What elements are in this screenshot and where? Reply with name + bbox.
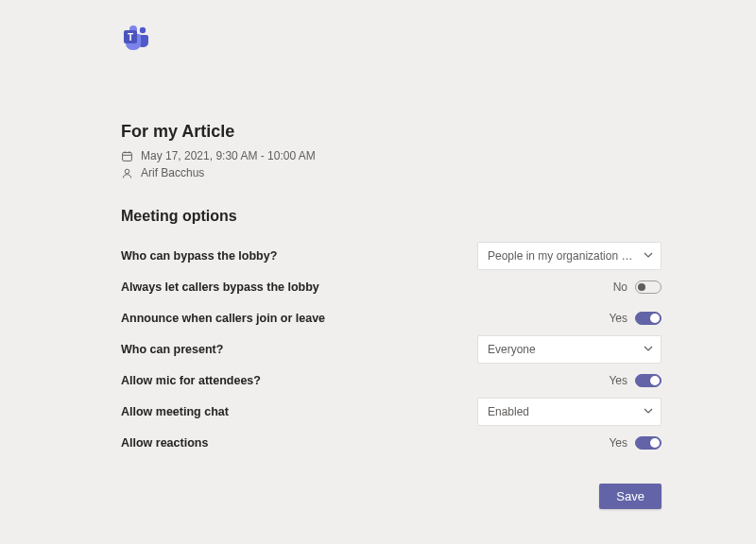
chevron-down-icon [644,405,653,418]
meeting-datetime: May 17, 2021, 9:30 AM - 10:00 AM [141,149,316,162]
option-bypass-lobby: Who can bypass the lobby? People in my o… [121,242,662,270]
present-select[interactable]: Everyone [477,335,662,364]
option-label: Announce when callers join or leave [121,312,325,325]
option-label: Allow meeting chat [121,405,229,418]
chevron-down-icon [644,249,653,263]
option-label: Allow mic for attendees? [121,374,261,387]
option-present: Who can present? Everyone [121,335,662,364]
toggle-state-text: Yes [609,374,627,387]
reactions-toggle[interactable] [635,436,662,450]
option-label: Who can present? [121,343,223,356]
option-announce: Announce when callers join or leave Yes [121,304,662,332]
person-icon [121,167,133,179]
option-label: Who can bypass the lobby? [121,249,277,263]
option-chat: Allow meeting chat Enabled [121,398,662,426]
chat-select[interactable]: Enabled [477,398,662,426]
option-label: Allow reactions [121,436,208,450]
save-button[interactable]: Save [599,484,662,509]
announce-toggle[interactable] [635,312,662,325]
callers-bypass-toggle[interactable] [635,280,662,294]
app-logo: T [121,23,662,56]
toggle-state-text: No [613,280,627,294]
option-reactions: Allow reactions Yes [121,429,662,457]
meeting-title: For my Article [121,122,662,142]
meeting-organizer: Arif Bacchus [141,166,204,179]
toggle-state-text: Yes [609,436,627,450]
section-title: Meeting options [121,208,662,225]
teams-icon: T [121,23,151,53]
svg-point-8 [125,169,129,174]
option-mic: Allow mic for attendees? Yes [121,366,662,395]
meeting-organizer-row: Arif Bacchus [121,166,662,179]
option-callers-bypass: Always let callers bypass the lobby No [121,273,662,301]
calendar-icon [121,150,133,162]
mic-toggle[interactable] [635,374,662,387]
chevron-down-icon [644,343,653,356]
meeting-datetime-row: May 17, 2021, 9:30 AM - 10:00 AM [121,149,662,162]
svg-point-0 [140,27,146,33]
option-label: Always let callers bypass the lobby [121,280,319,294]
bypass-lobby-select[interactable]: People in my organization and gu... [477,242,662,270]
svg-text:T: T [128,32,133,42]
toggle-state-text: Yes [609,312,627,325]
svg-rect-4 [123,152,132,161]
